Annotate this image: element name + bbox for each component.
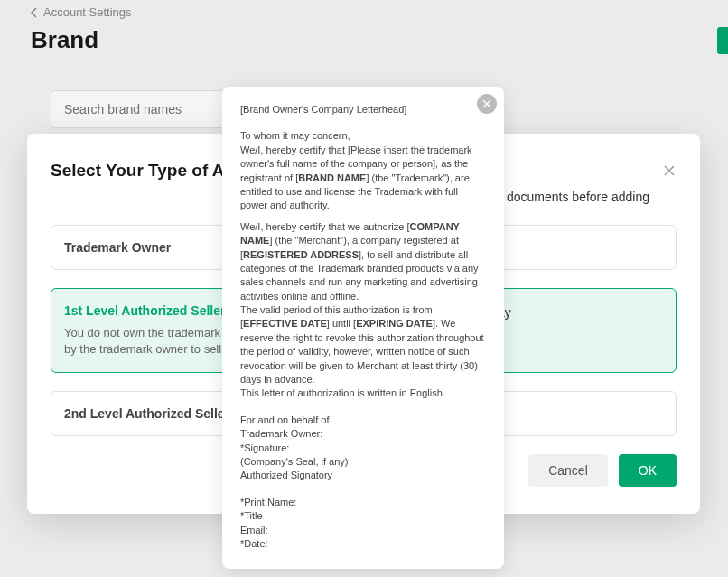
sig-line: (Company's Seal, if any): [240, 455, 486, 469]
letterhead-text: [Brand Owner's Company Letterhead]: [240, 103, 486, 116]
footer-line: *Date:: [240, 537, 486, 551]
paragraph-3: The valid period of this authorization i…: [240, 303, 486, 386]
footer-line: Email:: [240, 524, 486, 537]
sig-line: For and on behalf of: [240, 414, 486, 427]
paragraph-1: We/I, hereby certify that [Please insert…: [240, 144, 486, 213]
sig-line: Trademark Owner:: [240, 427, 486, 441]
close-icon[interactable]: [662, 163, 677, 178]
option-label: Trademark Owner: [64, 240, 171, 255]
letter-template-modal: [Brand Owner's Company Letterhead] To wh…: [222, 87, 504, 569]
close-icon[interactable]: [477, 94, 497, 114]
greeting: To whom it may concern,: [240, 129, 486, 143]
paragraph-2: We/I, hereby certify that we authorize […: [240, 220, 486, 303]
footer-line: *Print Name:: [240, 496, 486, 509]
modal-title: Select Your Type of Au: [51, 161, 235, 181]
sig-line: Authorized Signatory: [240, 469, 486, 482]
cancel-button[interactable]: Cancel: [528, 454, 608, 487]
footer-line: *Title: [240, 509, 486, 523]
ok-button[interactable]: OK: [619, 454, 677, 487]
sig-line: *Signature:: [240, 442, 486, 455]
paragraph-4: This letter of authorization is written …: [240, 386, 486, 400]
option-label: 2nd Level Authorized Seller: [64, 406, 229, 421]
